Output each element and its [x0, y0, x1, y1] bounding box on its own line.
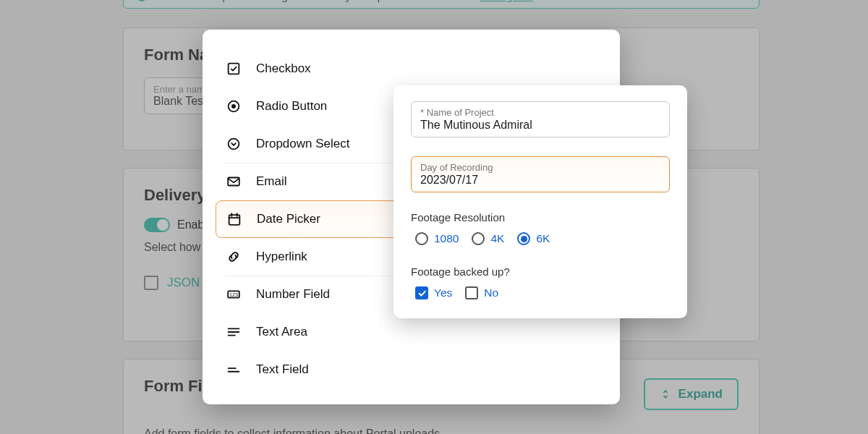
field-type-label: Hyperlink [256, 250, 307, 264]
option-label: Yes [434, 286, 452, 299]
field-type-label: Date Picker [257, 212, 320, 226]
option-label: 1080 [434, 232, 459, 245]
resolution-label: Footage Resolution [411, 211, 670, 224]
svg-point-3 [231, 104, 236, 109]
field-type-label: Number Field [256, 287, 330, 302]
field-type-textarea[interactable]: Text Area [203, 313, 620, 351]
svg-rect-1 [229, 64, 239, 75]
email-icon [226, 174, 242, 190]
radio-icon [517, 232, 530, 245]
checkbox-icon [226, 61, 242, 77]
field-type-checkbox[interactable]: Checkbox [203, 50, 620, 88]
checkbox-icon [415, 286, 428, 299]
field-type-label: Text Area [256, 325, 307, 339]
option-label: 6K [536, 232, 550, 245]
backup-option-no[interactable]: No [465, 286, 498, 299]
recording-day-value: 2023/07/17 [420, 174, 660, 187]
svg-text:123: 123 [229, 292, 238, 298]
link-icon [226, 249, 242, 265]
calendar-icon [226, 211, 242, 227]
checkbox-icon [465, 286, 478, 299]
radio-icon [472, 232, 485, 245]
project-name-value: The Mutinous Admiral [420, 119, 660, 132]
radio-icon [226, 98, 242, 114]
recording-day-field[interactable]: Day of Recording 2023/07/17 [411, 156, 670, 192]
resolution-options: 10804K6K [411, 232, 670, 245]
field-type-textfield[interactable]: Text Field [203, 351, 620, 388]
svg-rect-6 [229, 215, 240, 225]
backup-label: Footage backed up? [411, 265, 670, 278]
radio-icon [415, 232, 428, 245]
field-type-label: Dropdown Select [256, 137, 349, 151]
project-name-label: * Name of Project [420, 107, 660, 118]
textfield-icon [226, 362, 242, 378]
option-label: No [484, 286, 498, 299]
number-icon: 123 [226, 286, 242, 302]
recording-day-label: Day of Recording [420, 162, 660, 173]
dropdown-icon [226, 136, 242, 152]
form-preview-popover: * Name of Project The Mutinous Admiral D… [393, 85, 687, 318]
resolution-option-1080[interactable]: 1080 [415, 232, 459, 245]
field-type-label: Checkbox [256, 61, 311, 76]
field-type-label: Radio Button [256, 99, 327, 114]
field-type-label: Email [256, 174, 287, 189]
field-type-label: Text Field [256, 362, 309, 377]
textarea-icon [226, 324, 242, 340]
resolution-option-6k[interactable]: 6K [517, 232, 550, 245]
backup-options: YesNo [411, 286, 670, 299]
backup-option-yes[interactable]: Yes [415, 286, 452, 299]
option-label: 4K [490, 232, 504, 245]
resolution-option-4k[interactable]: 4K [472, 232, 504, 245]
svg-point-4 [229, 139, 239, 150]
project-name-field[interactable]: * Name of Project The Mutinous Admiral [411, 101, 670, 137]
